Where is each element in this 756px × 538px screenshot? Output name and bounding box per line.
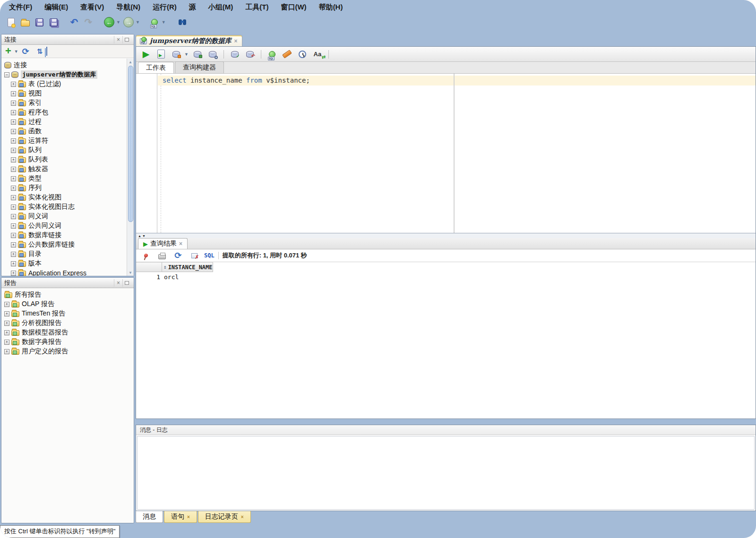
expand-icon[interactable]: + — [4, 340, 9, 345]
sql-editor[interactable]: select instance_name from v$instance; — [136, 74, 756, 233]
collapse-all-button[interactable] — [46, 47, 47, 56]
report-item-user-defined[interactable]: +用户定义的报告 — [4, 347, 134, 356]
expand-icon[interactable]: + — [11, 91, 16, 96]
tree-item-synonyms[interactable]: +同义词 — [4, 212, 127, 221]
expand-icon[interactable]: + — [4, 302, 9, 307]
menu-source[interactable]: 源 — [183, 1, 202, 14]
expand-icon[interactable]: + — [4, 311, 9, 316]
rollback-button[interactable]: ↶ — [244, 48, 256, 60]
sort-button[interactable]: ⇅ — [37, 47, 43, 56]
clear-button[interactable] — [281, 48, 293, 60]
reports-minimize-icon[interactable] — [122, 279, 131, 287]
menu-tools[interactable]: 工具(T) — [239, 1, 275, 14]
expand-icon[interactable]: + — [11, 138, 16, 144]
print-button[interactable] — [156, 249, 168, 262]
expand-icon[interactable]: + — [11, 252, 16, 257]
statements-tab-close-icon[interactable]: × — [187, 514, 190, 520]
expand-icon[interactable]: + — [11, 271, 16, 276]
splitter-down-icon[interactable]: ▼ — [142, 234, 146, 238]
tab-worksheet[interactable]: 工作表 — [138, 62, 174, 73]
expand-icon[interactable]: + — [11, 214, 16, 219]
pin-button[interactable] — [140, 249, 152, 262]
tree-item-sequences[interactable]: +序列 — [4, 183, 127, 193]
tree-item-connections-root[interactable]: 连接 — [4, 60, 127, 70]
connections-scrollbar[interactable]: ▲ ▼ — [127, 59, 134, 276]
query-result-close-icon[interactable]: × — [179, 240, 182, 247]
tab-messages[interactable]: 消息 — [136, 511, 163, 523]
report-item-olap[interactable]: +OLAP 报告 — [4, 299, 134, 309]
search-button[interactable] — [174, 16, 187, 28]
query-result-tab[interactable]: ▶ 查询结果 × — [138, 238, 188, 249]
tree-item-packages[interactable]: +程序包 — [4, 108, 127, 117]
column-header-instance-name[interactable]: ⇕ INSTANCE_NAME — [162, 262, 213, 272]
report-item-data-modeler[interactable]: +数据模型器报告 — [4, 328, 134, 337]
tree-item-types[interactable]: +类型 — [4, 174, 127, 183]
expand-icon[interactable]: + — [11, 261, 16, 266]
expand-icon[interactable]: + — [11, 205, 16, 210]
tree-item-tables[interactable]: +表 (已过滤) — [4, 79, 127, 89]
tab-logging-page[interactable]: 日志记录页× — [198, 511, 251, 523]
save-all-button[interactable] — [47, 16, 60, 28]
back-dropdown[interactable]: ▼ — [116, 20, 120, 25]
expand-icon[interactable]: + — [11, 82, 16, 87]
menu-team[interactable]: 小组(M) — [202, 1, 240, 14]
logging-tab-close-icon[interactable]: × — [241, 514, 244, 520]
tree-item-editions[interactable]: +版本 — [4, 259, 127, 268]
tree-item-materialized-view-logs[interactable]: +实体化视图日志 — [4, 202, 127, 212]
table-row[interactable]: 1 orcl — [136, 272, 756, 282]
expand-icon[interactable]: + — [4, 321, 9, 326]
expand-icon[interactable]: + — [11, 157, 16, 162]
open-file-button[interactable] — [19, 16, 31, 28]
connections-dropdown[interactable]: ▼ — [162, 20, 166, 25]
redo-button[interactable]: ↷ — [82, 16, 94, 28]
unshared-worksheet-button[interactable] — [266, 48, 278, 60]
editor-results-splitter[interactable]: ▲ ▼ — [136, 233, 756, 238]
tree-item-public-synonyms[interactable]: +公共同义词 — [4, 221, 127, 231]
connections-minimize-icon[interactable] — [122, 36, 131, 43]
tree-item-functions[interactable]: +函数 — [4, 127, 127, 136]
messages-log-content[interactable] — [137, 436, 755, 510]
undo-button[interactable]: ↶ — [68, 16, 80, 28]
save-button[interactable] — [33, 16, 45, 28]
tree-item-materialized-views[interactable]: +实体化视图 — [4, 193, 127, 202]
expand-icon[interactable]: + — [11, 129, 16, 134]
autotrace-dropdown[interactable]: ▼ — [184, 52, 189, 57]
back-button[interactable]: ← — [103, 16, 115, 28]
explain-plan-button[interactable] — [191, 48, 204, 60]
worksheet-tab-close-icon[interactable]: × — [234, 38, 237, 44]
expand-icon[interactable]: + — [11, 195, 16, 200]
menu-window[interactable]: 窗口(W) — [275, 1, 312, 14]
tree-item-queue-tables[interactable]: +队列表 — [4, 155, 127, 164]
tree-item-directories[interactable]: +目录 — [4, 249, 127, 259]
forward-dropdown[interactable]: ▼ — [136, 20, 140, 25]
tab-query-builder[interactable]: 查询构建器 — [175, 61, 224, 73]
expand-icon[interactable]: + — [11, 101, 16, 106]
expand-icon[interactable]: + — [11, 176, 16, 181]
report-item-data-dictionary[interactable]: +数据字典报告 — [4, 337, 134, 347]
tree-item-application-express[interactable]: +Application Express — [4, 268, 127, 276]
autotrace-button[interactable] — [170, 48, 182, 60]
tree-item-queues[interactable]: +队列 — [4, 145, 127, 155]
scroll-thumb[interactable] — [128, 66, 133, 222]
scroll-up-icon[interactable]: ▲ — [127, 59, 134, 65]
worksheet-tab[interactable]: jumpserver纳管的数据库 × — [136, 35, 242, 47]
forward-button[interactable]: → — [122, 16, 135, 28]
tab-statements[interactable]: 语句× — [164, 511, 197, 523]
expand-icon[interactable]: + — [11, 110, 16, 115]
run-statement-button[interactable]: ▶ — [140, 48, 152, 60]
menu-file[interactable]: 文件(F) — [3, 1, 38, 14]
expand-icon[interactable]: + — [11, 120, 16, 125]
add-connection-button[interactable]: + — [5, 47, 11, 56]
tree-item-operators[interactable]: +运算符 — [4, 136, 127, 145]
report-item-all[interactable]: 所有报告 — [4, 290, 134, 299]
expand-icon[interactable]: + — [11, 233, 16, 238]
sql-tuning-button[interactable] — [206, 48, 219, 60]
sql-history-button[interactable] — [296, 48, 309, 60]
splitter-up-icon[interactable]: ▲ — [138, 234, 141, 238]
to-upper-lower-button[interactable]: Aa — [311, 48, 324, 60]
tree-item-views[interactable]: +视图 — [4, 89, 127, 98]
menu-run[interactable]: 运行(R) — [146, 1, 183, 14]
scroll-down-icon[interactable]: ▼ — [127, 269, 134, 276]
show-sql-button[interactable]: SQL — [204, 252, 215, 259]
delete-results-button[interactable] — [188, 249, 200, 262]
